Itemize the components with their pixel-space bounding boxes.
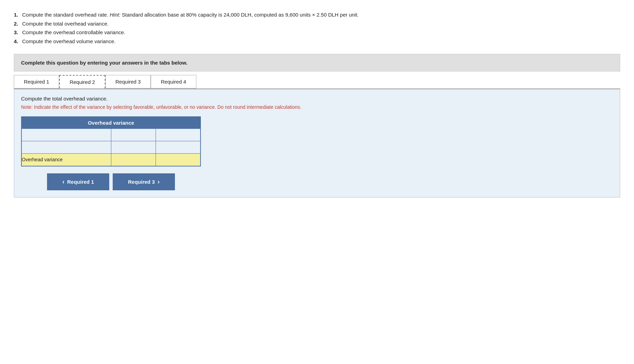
overhead-table: Overhead variance [21, 116, 201, 166]
next-button-label: Required 3 [128, 179, 155, 185]
row2-label-input[interactable] [22, 141, 111, 153]
table-header: Overhead variance [21, 117, 201, 129]
tab-required-1[interactable]: Required 1 [14, 75, 59, 88]
tab-required-3[interactable]: Required 3 [105, 75, 151, 88]
row1-variance-input[interactable] [156, 129, 200, 141]
content-area: Compute the total overhead variance. Not… [14, 89, 620, 198]
content-title: Compute the total overhead variance. [21, 96, 613, 102]
prev-button-label: Required 1 [67, 179, 94, 185]
total-row: Overhead variance [21, 154, 201, 166]
row1-amount-input[interactable] [111, 129, 156, 141]
next-arrow-icon [158, 178, 160, 185]
banner-text: Complete this question by entering your … [21, 60, 187, 66]
total-amount-input[interactable] [111, 154, 156, 166]
table-wrapper: Overhead variance [21, 116, 613, 166]
instruction-text-1: Compute the standard overhead rate. Hint… [22, 10, 359, 19]
row2-amount-input[interactable] [111, 141, 156, 153]
instruction-num-2: 2. [14, 19, 20, 28]
row2-variance-cell [156, 141, 201, 154]
instruction-text-4: Compute the overhead volume variance. [22, 37, 115, 46]
instructions-section: 1. Compute the standard overhead rate. H… [14, 10, 620, 46]
row2-label-cell [21, 141, 111, 154]
navigation-buttons: Required 1 Required 3 [21, 173, 201, 190]
instruction-num-3: 3. [14, 28, 20, 37]
content-note: Note: Indicate the effect of the varianc… [21, 104, 613, 111]
row1-label-input[interactable] [22, 129, 111, 141]
instruction-num-1: 1. [14, 10, 20, 19]
tab-required-2[interactable]: Required 2 [59, 75, 105, 88]
prev-arrow-icon [62, 178, 64, 185]
tabs-container: Required 1 Required 2 Required 3 Require… [14, 75, 620, 89]
instruction-text-2: Compute the total overhead variance. [22, 19, 109, 28]
prev-button[interactable]: Required 1 [47, 173, 109, 190]
next-button[interactable]: Required 3 [113, 173, 175, 190]
tab-required-4[interactable]: Required 4 [151, 75, 196, 88]
total-variance-cell [156, 154, 201, 166]
complete-banner: Complete this question by entering your … [14, 54, 620, 71]
row1-variance-cell [156, 129, 201, 141]
total-label-cell: Overhead variance [21, 154, 111, 166]
row2-variance-input[interactable] [156, 141, 200, 153]
row1-label-cell [21, 129, 111, 141]
instruction-num-4: 4. [14, 37, 20, 46]
instruction-text-3: Compute the overhead controllable varian… [22, 28, 125, 37]
table-row [21, 141, 201, 154]
total-variance-input[interactable] [156, 154, 200, 166]
table-row [21, 129, 201, 141]
row1-amount-cell [111, 129, 156, 141]
total-amount-cell [111, 154, 156, 166]
total-label: Overhead variance [22, 157, 63, 162]
row2-amount-cell [111, 141, 156, 154]
